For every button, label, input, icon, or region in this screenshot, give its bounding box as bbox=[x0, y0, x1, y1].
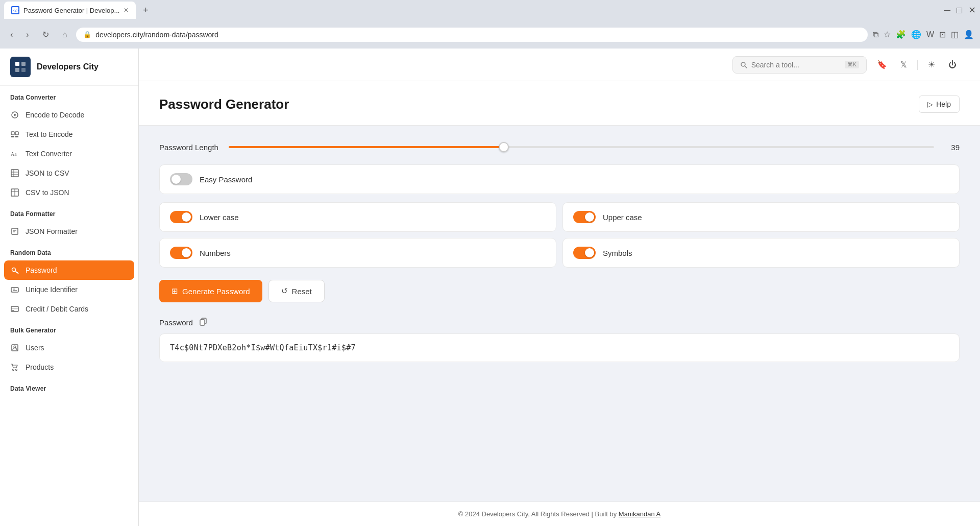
svg-point-35 bbox=[13, 369, 14, 371]
maximize-button[interactable]: □ bbox=[957, 5, 962, 16]
footer-author-link[interactable]: Manikandan A bbox=[619, 510, 660, 518]
page-title: Password Generator bbox=[159, 97, 289, 112]
address-url-input[interactable] bbox=[95, 31, 861, 39]
symbols-toggle-slider bbox=[573, 247, 596, 259]
password-length-value: 39 bbox=[944, 143, 960, 152]
section-label-data-converter: Data Converter bbox=[0, 86, 138, 105]
reload-button[interactable]: ↻ bbox=[38, 28, 53, 41]
forward-button[interactable]: › bbox=[22, 28, 33, 41]
svg-rect-3 bbox=[21, 62, 26, 66]
sidebar-item-users[interactable]: Users bbox=[0, 338, 138, 357]
sidebar-item-csv-to-json[interactable]: CSV to JSON bbox=[0, 183, 138, 202]
extension-icon-1[interactable]: 🧩 bbox=[896, 30, 906, 39]
sidebar-item-label: Text to Encode bbox=[26, 130, 73, 138]
sidebar-item-products[interactable]: Products bbox=[0, 357, 138, 377]
encode-decode-icon bbox=[10, 110, 19, 119]
svg-rect-13 bbox=[11, 170, 18, 177]
sidebar-item-text-to-encode[interactable]: Text to Encode bbox=[0, 125, 138, 144]
sidebar-item-unique-identifier[interactable]: Unique Identifier bbox=[0, 280, 138, 299]
bookmark-header-icon[interactable]: 🔖 bbox=[874, 57, 890, 73]
svg-rect-20 bbox=[12, 228, 18, 234]
easy-password-label: Easy Password bbox=[200, 175, 252, 184]
sidebar: Developers City Data Converter Encode to… bbox=[0, 49, 139, 526]
options-grid: Lower case Upper case Numbers bbox=[159, 202, 960, 268]
twitter-icon[interactable]: 𝕏 bbox=[897, 57, 910, 73]
password-label-row: Password bbox=[159, 317, 960, 328]
numbers-card: Numbers bbox=[159, 238, 556, 268]
sidebar-item-json-formatter[interactable]: JSON Formatter bbox=[0, 222, 138, 241]
easy-password-toggle[interactable] bbox=[170, 173, 192, 185]
browser-toolbar: ‹ › ↻ ⌂ 🔒 ⧉ ☆ 🧩 🌐 W ⊡ ◫ 👤 bbox=[0, 20, 980, 49]
svg-rect-5 bbox=[21, 68, 26, 72]
external-link-icon[interactable]: ⧉ bbox=[873, 30, 878, 39]
bookmark-icon[interactable]: ☆ bbox=[884, 30, 891, 39]
slider-thumb bbox=[499, 142, 509, 152]
password-length-label: Password Length bbox=[159, 143, 218, 152]
back-button[interactable]: ‹ bbox=[6, 28, 17, 41]
sidebar-item-label: Encode to Decode bbox=[26, 111, 84, 119]
sidebar-item-label: Credit / Debit Cards bbox=[26, 305, 88, 313]
svg-rect-31 bbox=[11, 308, 18, 309]
window-controls: ─ □ ✕ bbox=[944, 5, 976, 16]
sidebar-item-encode-to-decode[interactable]: Encode to Decode bbox=[0, 105, 138, 125]
generate-icon: ⊞ bbox=[172, 286, 178, 296]
lower-case-label: Lower case bbox=[200, 213, 239, 222]
play-icon: ▷ bbox=[927, 100, 933, 108]
sidebar-item-text-converter[interactable]: Aa Text Converter bbox=[0, 144, 138, 163]
symbols-label: Symbols bbox=[603, 249, 632, 257]
password-output-section: Password T4c$0Nt7PDXeB2oh*I$w#WtQfaEiuTX… bbox=[159, 317, 960, 362]
svg-point-34 bbox=[14, 346, 16, 348]
toolbar-icons: ⧉ ☆ 🧩 🌐 W ⊡ ◫ 👤 bbox=[873, 30, 974, 39]
password-output-label: Password bbox=[159, 318, 193, 327]
sidebar-item-label: JSON Formatter bbox=[26, 227, 78, 235]
sidebar-item-password[interactable]: Password bbox=[4, 260, 134, 280]
search-shortcut: ⌘K bbox=[845, 61, 859, 68]
tab-close-button[interactable]: ✕ bbox=[124, 7, 129, 14]
slider-fill bbox=[229, 146, 504, 148]
logo-icon bbox=[10, 57, 31, 77]
password-display: T4c$0Nt7PDXeB2oh*I$w#WtQfaEiuTX$r1#i$#7 bbox=[159, 333, 960, 362]
search-input[interactable] bbox=[751, 61, 841, 69]
reset-button[interactable]: ↺ Reset bbox=[268, 280, 325, 302]
browser-chrome: </> Password Generator | Develop... ✕ + … bbox=[0, 0, 980, 49]
search-icon bbox=[740, 61, 747, 68]
close-button[interactable]: ✕ bbox=[968, 5, 976, 16]
upper-case-toggle[interactable] bbox=[573, 211, 596, 223]
generate-password-button[interactable]: ⊞ Generate Password bbox=[159, 280, 262, 302]
products-icon bbox=[10, 363, 19, 372]
symbols-toggle[interactable] bbox=[573, 247, 596, 259]
app-name: Developers City bbox=[37, 62, 99, 71]
profile-icon[interactable]: 👤 bbox=[964, 30, 974, 39]
password-length-section: Password Length 39 bbox=[159, 142, 960, 152]
extension-icon-2[interactable]: 🌐 bbox=[911, 30, 921, 39]
help-button[interactable]: ▷ Help bbox=[919, 95, 960, 113]
browser-tab[interactable]: </> Password Generator | Develop... ✕ bbox=[4, 2, 136, 19]
svg-rect-40 bbox=[200, 320, 205, 325]
address-bar[interactable]: 🔒 bbox=[76, 28, 868, 42]
sidebar-toggle[interactable]: ◫ bbox=[951, 30, 959, 39]
extension-icon-3[interactable]: W bbox=[926, 30, 934, 39]
section-label-data-formatter: Data Formatter bbox=[0, 202, 138, 222]
tab-title: Password Generator | Develop... bbox=[23, 7, 119, 14]
sidebar-item-credit-debit-cards[interactable]: Credit / Debit Cards bbox=[0, 299, 138, 319]
sidebar-item-json-to-csv[interactable]: JSON to CSV bbox=[0, 163, 138, 183]
svg-point-7 bbox=[14, 114, 16, 116]
search-tool[interactable]: ⌘K bbox=[732, 56, 867, 74]
extensions-button[interactable]: ⊡ bbox=[939, 30, 946, 39]
reset-label: Reset bbox=[292, 287, 312, 296]
numbers-toggle[interactable] bbox=[170, 247, 192, 259]
app-layout: Developers City Data Converter Encode to… bbox=[0, 49, 980, 526]
lower-case-toggle[interactable] bbox=[170, 211, 192, 223]
power-icon[interactable]: ⏻ bbox=[945, 57, 960, 73]
slider-track bbox=[229, 146, 934, 148]
svg-rect-9 bbox=[15, 132, 18, 135]
minimize-button[interactable]: ─ bbox=[944, 5, 950, 16]
copy-password-button[interactable] bbox=[197, 317, 209, 328]
svg-rect-8 bbox=[11, 132, 14, 135]
home-button[interactable]: ⌂ bbox=[58, 28, 71, 41]
json-formatter-icon bbox=[10, 227, 19, 236]
new-tab-button[interactable]: + bbox=[139, 3, 153, 18]
text-encode-icon bbox=[10, 130, 19, 139]
theme-toggle-icon[interactable]: ☀ bbox=[925, 57, 938, 73]
footer: © 2024 Developers City, All Rights Reser… bbox=[139, 501, 980, 526]
